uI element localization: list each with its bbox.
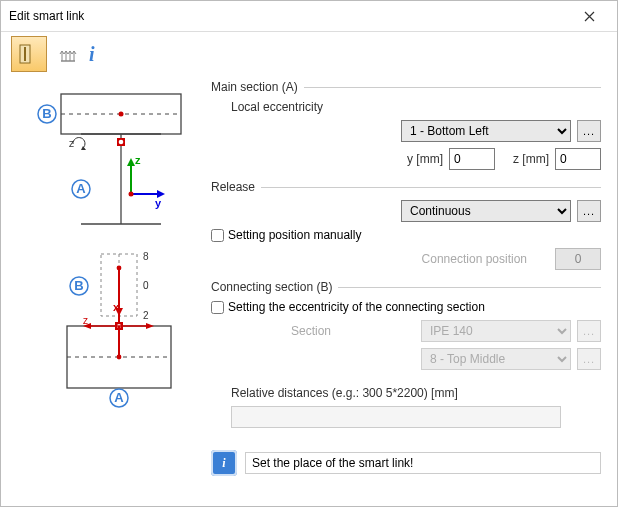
y-input[interactable] [449,148,495,170]
svg-point-26 [129,192,134,197]
relative-distances-input[interactable] [231,406,561,428]
svg-point-16 [119,140,124,145]
z-input[interactable] [555,148,601,170]
status-message: Set the place of the smart link! [245,452,601,474]
relative-distances-label: Relative distances (e.g.: 300 5*2200) [m… [231,386,458,400]
release-browse-button[interactable]: ... [577,200,601,222]
svg-point-9 [119,112,124,117]
connection-position-input [555,248,601,270]
support-icon[interactable] [57,43,79,65]
svg-text:2: 2 [143,310,149,321]
info-icon: i [211,450,237,476]
svg-marker-44 [146,323,154,329]
eccentricity-browse-button[interactable]: ... [577,120,601,142]
svg-text:B: B [74,278,83,293]
svg-text:B: B [42,106,51,121]
info-icon[interactable]: i [89,43,95,66]
diagram-panel: B z A z y [1,76,211,506]
svg-marker-21 [127,158,135,166]
svg-rect-1 [24,47,26,61]
svg-text:A: A [76,181,86,196]
y-label: y [mm] [407,152,443,166]
svg-text:y: y [155,197,162,209]
svg-text:z: z [83,315,88,326]
section-combo: IPE 140 [421,320,571,342]
z-label: z [mm] [513,152,549,166]
title-bar: Edit smart link [1,1,617,32]
connecting-section-header: Connecting section (B) [211,280,601,294]
release-combo[interactable]: Continuous [401,200,571,222]
setting-position-checkbox[interactable]: Setting position manually [211,228,361,242]
eccentricity-combo[interactable]: 1 - Bottom Left [401,120,571,142]
section-position-combo: 8 - Top Middle [421,348,571,370]
svg-text:z: z [135,154,141,166]
connection-position-label: Connection position [422,252,527,266]
diagram-top: B z A z y [21,84,191,234]
release-header: Release [211,180,601,194]
svg-text:A: A [114,390,124,405]
section-browse-button: ... [577,320,601,342]
section-icon [18,43,40,65]
tool-button-primary[interactable] [11,36,47,72]
svg-text:8: 8 [143,251,149,262]
window-title: Edit smart link [9,9,84,23]
section-label: Section [291,324,331,338]
main-section-header: Main section (A) [211,80,601,94]
section-position-browse-button: ... [577,348,601,370]
diagram-bottom: 8 0 2 B x z A [21,246,191,416]
svg-text:0: 0 [143,280,149,291]
setting-eccentricity-checkbox[interactable]: Setting the eccentricity of the connecti… [211,300,485,314]
close-button[interactable] [569,2,609,30]
svg-point-47 [117,355,122,360]
toolbar: i [1,32,617,76]
close-icon [584,11,595,22]
local-eccentricity-label: Local eccentricity [231,100,323,114]
